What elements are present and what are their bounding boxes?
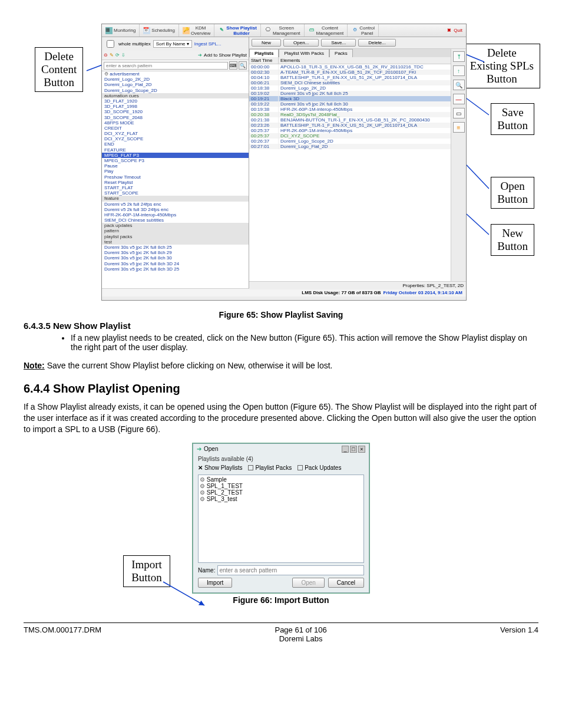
playlist-row[interactable]: 00:19:38HFR-2K-60P-1M-interop-450Mbps — [249, 107, 451, 112]
open-dialog-item[interactable]: SPL_1_TEST — [200, 483, 362, 489]
playlist-row[interactable]: 00:04:10BATTLESHIP_TLR-1_F_EN-XX_US_51_2… — [249, 75, 451, 80]
content-item[interactable]: Doremi 30s v5 jpc 2K full 8ch 29 — [102, 250, 249, 255]
playlist-row[interactable]: 00:21:38BENJAMIN-BUTTON_TLR-1_F_EN-XX_US… — [249, 117, 451, 123]
playlist-row[interactable]: 00:25:37DCI_XYZ_SCOPE — [249, 133, 451, 139]
content-item[interactable]: Doremi_Logo_2K_2D — [102, 77, 249, 82]
content-item[interactable]: 3D_SCOPE_2048 — [102, 115, 249, 120]
content-item[interactable]: advertisement — [102, 71, 249, 77]
content-item[interactable]: pack updates — [102, 223, 249, 228]
playlist-row[interactable]: 00:27:01Doremi_Logo_Flat_2D — [249, 144, 451, 149]
open-dialog-item[interactable]: SPL_3_test — [200, 496, 362, 502]
content-item[interactable]: HFR-2K-60P-1M-interop-450Mbps — [102, 212, 249, 218]
refresh-icon[interactable]: ⟳ — [115, 52, 120, 58]
content-item[interactable]: CREDIT — [102, 126, 249, 131]
sort-dropdown[interactable]: Sort By Name ▾ — [153, 40, 192, 48]
tab-content-management[interactable]: 🗃Content Management — [305, 24, 348, 37]
playlist-row[interactable]: 00:19:22Doremi 30s v5 jpc 2K full 8ch 30 — [249, 101, 451, 107]
playlist-row[interactable]: 00:02:30A-TEAM_TLR-B_F_EN-XX_US-GB_51_2K… — [249, 70, 451, 75]
playlist-row[interactable]: 00:00:00APOLLO-18_TLR-3_S_EN-XX_US-GB_51… — [249, 64, 451, 70]
playlist-table[interactable]: Start TimeElements 00:00:00APOLLO-18_TLR… — [249, 57, 451, 281]
content-item[interactable]: Pause — [102, 163, 249, 169]
content-item[interactable]: 3D_SCOPE_1920 — [102, 109, 249, 114]
content-item[interactable]: MPEG_FLAT P3 — [102, 153, 249, 158]
info-icon[interactable]: 🔍 — [453, 80, 465, 90]
ingest-spl-link[interactable]: Ingest SPL... — [194, 41, 222, 47]
list-icon[interactable]: ≡ — [453, 122, 465, 133]
content-item[interactable]: playlist packs — [102, 234, 249, 239]
content-item[interactable]: Doremi 30s v5 jpc 2K full 8ch 25 — [102, 245, 249, 250]
delete-existing-spls-button[interactable]: Delete... — [358, 39, 396, 47]
content-search-input[interactable] — [104, 62, 228, 70]
open-button[interactable]: Open... — [283, 39, 319, 47]
content-item[interactable]: Doremi v5 2k full 24fps enc — [102, 202, 249, 207]
tab-control-panel[interactable]: ⚙Control Panel — [348, 24, 379, 37]
content-item[interactable]: Doremi_Logo_Scope_2D — [102, 88, 249, 93]
subtab-playlist-with-packs[interactable]: Playlist With Packs — [279, 49, 329, 57]
content-item[interactable]: 48FPS MODE — [102, 120, 249, 126]
chip-show-playlists[interactable]: ✕Show Playlists — [198, 465, 242, 471]
open-dialog-open-button[interactable]: Open — [292, 578, 324, 588]
chip-playlist-packs[interactable]: Playlist Packs — [248, 465, 292, 471]
content-item[interactable]: Doremi_Logo_Flat_2D — [102, 82, 249, 87]
content-item[interactable]: Play — [102, 169, 249, 174]
playlist-row[interactable]: 00:23:26BATTLESHIP_TLR-1_F_EN-XX_US_51_2… — [249, 123, 451, 128]
content-item[interactable]: DCI_XYZ_SCOPE — [102, 136, 249, 141]
content-item[interactable]: DCI_XYZ_FLAT — [102, 131, 249, 136]
name-input[interactable] — [217, 565, 364, 575]
new-button[interactable]: New — [252, 39, 281, 47]
content-item[interactable]: 3D_FLAT_1920 — [102, 98, 249, 104]
add-arrow-icon[interactable]: ➔ — [198, 52, 202, 58]
playlist-row[interactable]: 00:18:38Doremi_Logo_2K_2D — [249, 85, 451, 91]
content-item[interactable]: MPEG_SCOPE P3 — [102, 158, 249, 163]
open-dialog-cancel-button[interactable]: Cancel — [328, 578, 364, 588]
subtab-playlists[interactable]: Playlists — [249, 49, 279, 57]
subtab-packs[interactable]: Packs — [329, 49, 353, 57]
playlist-row[interactable]: 00:20:38RealD_3DSysTst_2048Flat_ — [249, 112, 451, 117]
tab-kdm[interactable]: 🔑KDM Overview — [179, 24, 214, 37]
tab-screen-management[interactable]: 🖵Screen Management — [261, 24, 305, 37]
content-item[interactable]: StEM_DCI Chinese subtitles — [102, 218, 249, 223]
content-item[interactable]: FEATURE — [102, 147, 249, 153]
whole-multiplex-checkbox[interactable] — [107, 40, 114, 48]
content-item[interactable]: Reset Playlist — [102, 180, 249, 185]
open-dialog-item[interactable]: Sample — [200, 476, 362, 483]
minimize-icon[interactable]: _ — [342, 446, 349, 453]
playlist-row[interactable]: 00:19:21Black 3D — [249, 96, 451, 101]
playlist-row[interactable]: 00:26:37Doremi_Logo_Scope_2D — [249, 139, 451, 144]
move-top-icon[interactable]: ⤒ — [453, 51, 465, 62]
remove-icon[interactable]: — — [453, 94, 465, 104]
save-button[interactable]: Save... — [321, 39, 356, 47]
tab-scheduling[interactable]: 📅Scheduling — [140, 24, 179, 37]
playlist-row[interactable]: 00:25:37HFR-2K-60P-1M-interop-450Mbps — [249, 128, 451, 133]
tool-icon[interactable]: ✎ — [110, 52, 114, 58]
import-button[interactable]: Import — [198, 578, 232, 588]
tab-show-playlist-builder[interactable]: ✎Show Playlist Builder — [214, 24, 261, 37]
quit-button[interactable]: ✖Quit — [444, 24, 466, 37]
add-to-show-playlist-link[interactable]: Add to Show Playlist — [204, 52, 247, 58]
chip-pack-updates[interactable]: Pack Updates — [297, 465, 341, 471]
content-item[interactable]: 3D_FLAT_1998 — [102, 104, 249, 109]
content-item[interactable]: START_FLAT — [102, 185, 249, 190]
misc-icon[interactable]: ▭ — [453, 108, 465, 118]
delete-content-icon[interactable]: ⊖ — [104, 52, 108, 58]
content-item[interactable]: feature — [102, 196, 249, 201]
content-item[interactable]: Preshow Timeout — [102, 174, 249, 180]
content-item[interactable]: automation cues — [102, 93, 249, 98]
content-item[interactable]: Doremi v5 2k full 3D 24fps enc — [102, 207, 249, 212]
playlist-row[interactable]: 00:06:21StEM_DCI Chinese subtitles — [249, 80, 451, 85]
move-up-icon[interactable]: ↑ — [453, 65, 465, 76]
open-dialog-item[interactable]: SPL_2_TEST — [200, 489, 362, 496]
keyboard-icon[interactable]: ⌨ — [229, 61, 237, 70]
open-dialog-list[interactable]: SampleSPL_1_TESTSPL_2_TESTSPL_3_test — [198, 475, 364, 563]
search-icon[interactable]: 🔍 — [239, 61, 247, 70]
content-item[interactable]: Doremi 30s v5 jpc 2K full 8ch 30 — [102, 255, 249, 261]
playlist-row[interactable]: 00:19:02Doremi 30s v5 jpc 2K full 8ch 25 — [249, 91, 451, 96]
content-item[interactable]: pattern — [102, 228, 249, 233]
content-list[interactable]: advertisementDoremi_Logo_2K_2DDoremi_Log… — [102, 71, 249, 288]
content-item[interactable]: Doremi 30s v5 jpc 2K full 8ch 3D 25 — [102, 266, 249, 272]
content-item[interactable]: Doremi 30s v5 jpc 2K full 8ch 3D 24 — [102, 261, 249, 266]
tab-monitoring[interactable]: ▦Monitoring — [102, 24, 140, 37]
content-item[interactable]: test — [102, 239, 249, 245]
ingest-icon[interactable]: ⇩ — [121, 52, 125, 58]
content-item[interactable]: START_SCOPE — [102, 190, 249, 196]
